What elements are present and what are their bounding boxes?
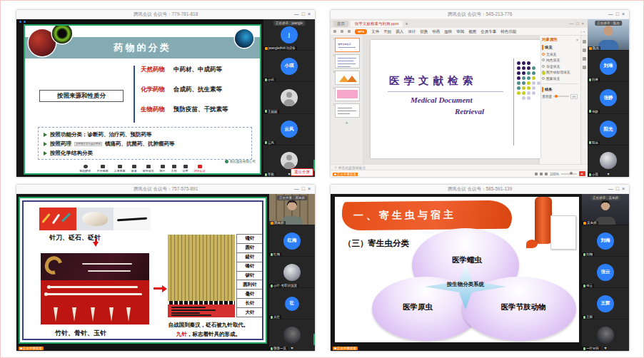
window-titlebar[interactable]: 腾讯会议 会议号：757-575-891 — □ ×: [16, 185, 315, 194]
thumbnail-row[interactable]: 1 医学文献检索: [333, 38, 361, 52]
settings-button[interactable]: 设置: [183, 165, 188, 173]
fill-option[interactable]: 图片或纹理填充: [542, 70, 578, 74]
invite-button[interactable]: 邀请: [131, 165, 137, 173]
participant-sidebar: 正在讲话：陈杰 陈杰 刘琳 刘琳 张静 张静 阳光 阳光: [588, 19, 629, 177]
undo-icon[interactable]: [341, 30, 343, 33]
window-titlebar[interactable]: 腾讯会议 会议号：545-213-776 — □ ×: [331, 10, 629, 19]
view-sorter-icon[interactable]: [540, 173, 543, 175]
participant-tile[interactable]: 阳光 阳光: [588, 114, 629, 145]
menu-view[interactable]: 视图: [468, 29, 476, 34]
animation-icon[interactable]: [583, 48, 586, 52]
format-icon[interactable]: [583, 40, 586, 44]
notes-bar[interactable]: ≡单击此处添加备注: [331, 164, 588, 170]
slide-thumbnail-5[interactable]: [335, 103, 360, 118]
search-icon[interactable]: ⌕ ▾: [580, 29, 585, 34]
window-titlebar[interactable]: 腾讯会议 会议号：779-781-818 — □ ×: [16, 10, 315, 19]
participant-tile[interactable]: 小叶·考研训练营: [269, 257, 315, 287]
bullet-line: 按照功能分类：诊断药、治疗药、预防药等: [44, 130, 246, 139]
thumbnail-row[interactable]: 4: [333, 87, 361, 101]
participant-sidebar: 正在讲话：吴老师 吴老师 刘梅 刘梅 张云 张云 王辉 王辉: [582, 194, 629, 351]
participant-tile[interactable]: 云风 云风: [263, 114, 315, 145]
fill-option[interactable]: 纯色填充: [542, 58, 578, 62]
participant-tile[interactable]: 小琪 小琪: [263, 51, 315, 81]
thumbnail-row[interactable]: 2: [333, 54, 361, 68]
exit-fullscreen-button[interactable]: 退出全屏: [291, 168, 313, 176]
scrollbar[interactable]: [313, 334, 316, 345]
chevron-down-icon[interactable]: ▾: [607, 171, 609, 176]
menu-features[interactable]: 特色功能: [500, 29, 516, 34]
title-slide[interactable]: 医 学 文 献 检 索 Medical Document Retrieval: [371, 40, 540, 158]
window-controls[interactable]: — □ ×: [294, 186, 311, 191]
fill-option[interactable]: 图案填充: [542, 76, 578, 81]
radio-icon[interactable]: [542, 53, 545, 56]
menu-insert[interactable]: 插入: [396, 29, 403, 34]
window-controls[interactable]: — □ ×: [608, 11, 625, 16]
document-tab[interactable]: 医学文献检索与利用.pptx: [351, 21, 403, 27]
save-icon[interactable]: [333, 30, 336, 33]
participant-tile[interactable]: 张云 张云: [582, 257, 629, 287]
slide-thumbnail-2[interactable]: [335, 54, 360, 68]
participant-tile[interactable]: 王丽丽: [263, 82, 315, 113]
opacity-slider[interactable]: [553, 96, 569, 97]
logo-globe-icon: [225, 160, 228, 163]
members-button[interactable]: 管理成员: [143, 165, 154, 173]
outline-icon[interactable]: [583, 57, 586, 61]
slide-thumbnail-1[interactable]: 医学文献检索: [335, 38, 360, 52]
wps-logo[interactable]: WPS: [355, 29, 367, 34]
menu-design[interactable]: 设计: [408, 29, 416, 34]
mute-button[interactable]: 解除静音: [80, 165, 91, 173]
play-slideshow-button[interactable]: ▸: [579, 171, 585, 176]
participant-tile[interactable]: 壮 大壮: [269, 288, 315, 319]
docs-button[interactable]: 文档: [171, 165, 177, 173]
status-dot-icon: [24, 21, 26, 23]
help-icon[interactable]: [583, 66, 586, 69]
zoom-slider[interactable]: [561, 173, 577, 175]
menu-animation[interactable]: 动画: [432, 29, 440, 34]
thumbnail-row[interactable]: 5: [333, 103, 361, 118]
fill-option[interactable]: 无填充: [542, 52, 578, 56]
close-icon[interactable]: ×: [576, 38, 578, 42]
redo-icon[interactable]: [348, 30, 351, 33]
mic-icon: [265, 141, 267, 144]
bullet-arrow-icon: [44, 142, 47, 146]
chat-button[interactable]: 聊天: [160, 165, 166, 173]
participant-tile[interactable]: 刘琳 刘琳: [588, 51, 629, 81]
view-normal-icon[interactable]: [535, 173, 538, 175]
menu-review[interactable]: 审阅: [456, 29, 464, 34]
menu-file[interactable]: 文件: [371, 29, 379, 34]
thumbnail-row[interactable]: 3: [333, 71, 361, 85]
opacity-value[interactable]: 0%: [570, 94, 578, 99]
slider-knob[interactable]: [570, 172, 573, 175]
avatar: 云风: [281, 121, 298, 138]
menu-transition[interactable]: 切换: [420, 29, 428, 34]
participant-tile[interactable]: 红梅 红梅: [269, 225, 315, 256]
camera-button[interactable]: 开启视频: [97, 165, 109, 173]
chevron-down-icon[interactable]: ▾: [604, 345, 606, 350]
artifact-images: [39, 208, 151, 230]
participant-tile[interactable]: 王辉 王辉: [582, 288, 629, 319]
share-screen-button[interactable]: 共享屏幕: [114, 165, 126, 173]
zoom-level[interactable]: 100%: [550, 172, 559, 176]
fill-option[interactable]: 渐变填充: [542, 64, 578, 68]
participant-tile[interactable]: 刘梅 刘梅: [582, 225, 629, 256]
menu-home[interactable]: 开始: [383, 29, 391, 34]
participant-tile[interactable]: 张静 张静: [588, 82, 629, 113]
slide-thumbnail-3[interactable]: [335, 71, 360, 85]
wps-window-controls[interactable]: — □ ×: [570, 21, 585, 26]
category-row: 化学药物合成药、抗生素等: [141, 86, 222, 94]
chevron-down-icon[interactable]: ▾: [291, 345, 293, 350]
add-slide-button[interactable]: +: [345, 120, 348, 126]
slider-knob[interactable]: [555, 95, 558, 98]
window-titlebar[interactable]: 腾讯会议 会议号：585-591-139 — □ ×: [331, 185, 629, 194]
mic-icon: [589, 141, 591, 144]
menu-member[interactable]: 会员专享: [481, 29, 496, 34]
end-meeting-button[interactable]: 结束会议: [194, 165, 206, 173]
menu-slideshow[interactable]: 放映: [444, 29, 452, 34]
view-read-icon[interactable]: [545, 173, 548, 175]
window-controls[interactable]: — □ ×: [608, 186, 625, 191]
home-tab[interactable]: 首页: [333, 21, 348, 27]
slide-thumbnail-4[interactable]: [335, 87, 360, 101]
window-controls[interactable]: — □ ×: [294, 11, 311, 16]
new-tab-button[interactable]: +: [405, 21, 408, 26]
participant-name-label: 小琪: [263, 78, 276, 81]
